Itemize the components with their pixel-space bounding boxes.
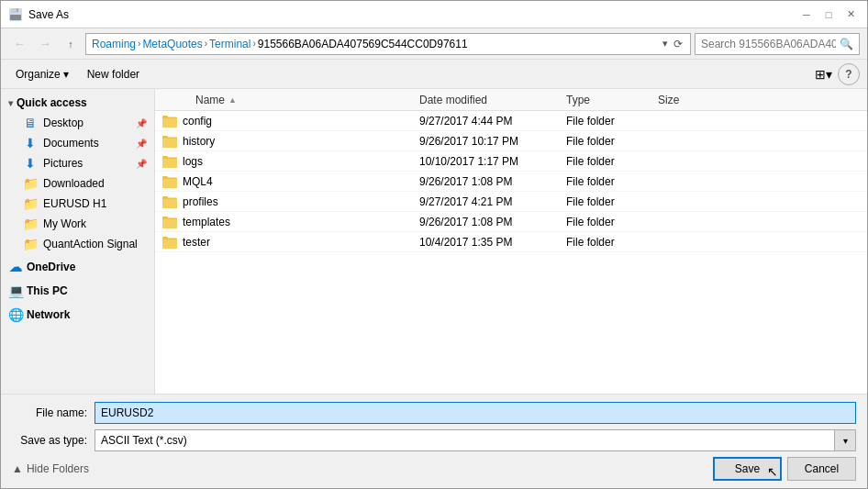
search-box[interactable]: 🔍 (695, 33, 860, 55)
minimize-button[interactable]: ─ (797, 6, 816, 24)
network-header[interactable]: 🌐 Network (1, 304, 154, 326)
svg-rect-3 (10, 15, 21, 20)
nav-toolbar: ← → ↑ Roaming › MetaQuotes › Terminal › … (1, 28, 867, 60)
file-date-cell: 9/27/2017 4:21 PM (419, 195, 566, 208)
save-label: Save (735, 462, 760, 475)
table-row[interactable]: tester 10/4/2017 1:35 PM File folder (155, 232, 867, 252)
sidebar-item-label: EURUSD H1 (43, 197, 106, 210)
filename-input[interactable] (95, 402, 856, 424)
file-date-cell: 10/4/2017 1:35 PM (419, 236, 566, 249)
table-row[interactable]: templates 9/26/2017 1:08 PM File folder (155, 212, 867, 232)
savetype-row: Save as type: ASCII Text (*.csv) ▾ (12, 429, 856, 451)
sidebar-item-desktop[interactable]: 🖥 Desktop 📌 (1, 113, 154, 133)
network-section: 🌐 Network (1, 304, 154, 326)
dialog-title: Save As (28, 8, 69, 21)
file-type-cell: File folder (566, 195, 658, 208)
organize-label: Organize (16, 68, 61, 81)
col-header-date[interactable]: Date modified (419, 94, 566, 106)
thispc-label: This PC (27, 284, 68, 297)
breadcrumb-terminal[interactable]: Terminal (209, 38, 250, 50)
savetype-select[interactable]: ASCII Text (*.csv) (95, 429, 856, 451)
hide-chevron-icon: ▲ (12, 462, 23, 475)
onedrive-label: OneDrive (27, 261, 75, 273)
sidebar-item-quantaction[interactable]: 📁 QuantAction Signal (1, 234, 154, 254)
search-input[interactable] (701, 38, 836, 50)
organize-button[interactable]: Organize ▾ (8, 65, 76, 83)
table-row[interactable]: config 9/27/2017 4:44 PM File folder (155, 111, 867, 131)
breadcrumb-metaquotes[interactable]: MetaQuotes (142, 38, 202, 50)
quick-access-section: ▾ Quick access 🖥 Desktop 📌 ⬇ Documents 📌… (1, 93, 154, 254)
sidebar-item-label: My Work (43, 217, 86, 230)
col-header-size[interactable]: Size (658, 94, 731, 106)
table-row[interactable]: logs 10/10/2017 1:17 PM File folder (155, 151, 867, 172)
onedrive-icon: ☁ (8, 260, 23, 274)
quick-access-label: Quick access (17, 96, 87, 109)
onedrive-header[interactable]: ☁ OneDrive (1, 256, 154, 278)
address-chevron[interactable]: ▾ (662, 38, 668, 50)
view-options-button[interactable]: ⊞▾ (812, 63, 834, 85)
back-button[interactable]: ← (8, 33, 30, 55)
quick-access-arrow: ▾ (8, 98, 13, 108)
new-folder-button[interactable]: New folder (80, 65, 147, 83)
sidebar-item-pictures[interactable]: ⬇ Pictures 📌 (1, 153, 154, 173)
network-label: Network (27, 308, 70, 321)
folder-icon (162, 115, 177, 128)
savetype-wrapper: ASCII Text (*.csv) ▾ (95, 429, 856, 451)
close-button[interactable]: ✕ (841, 6, 860, 24)
refresh-button[interactable]: ⟳ (672, 36, 684, 52)
thispc-header[interactable]: 💻 This PC (1, 280, 154, 302)
sidebar-item-label: Pictures (43, 157, 83, 170)
table-row[interactable]: MQL4 9/26/2017 1:08 PM File folder (155, 172, 867, 192)
thispc-icon: 💻 (8, 283, 23, 298)
file-rows-container: config 9/27/2017 4:44 PM File folder his… (155, 111, 867, 252)
pictures-icon: ⬇ (23, 156, 38, 171)
file-name-cell: templates (162, 216, 419, 228)
hide-folders-button[interactable]: ▲ Hide Folders (12, 462, 89, 475)
sort-arrow: ▲ (228, 95, 237, 105)
table-row[interactable]: profiles 9/27/2017 4:21 PM File folder (155, 192, 867, 212)
folder-icon (162, 216, 177, 228)
help-button[interactable]: ? (838, 63, 860, 85)
file-name-cell: config (162, 115, 419, 128)
address-bar[interactable]: Roaming › MetaQuotes › Terminal › 915566… (85, 33, 691, 55)
sidebar-item-label: Downloaded (43, 177, 105, 190)
bottom-buttons: ▲ Hide Folders Save ↖ Cancel (12, 457, 856, 481)
save-button[interactable]: Save ↖ (713, 457, 782, 481)
organize-toolbar: Organize ▾ New folder ⊞▾ ? (1, 60, 867, 89)
documents-icon: ⬇ (23, 136, 38, 150)
sidebar-item-label: Desktop (43, 117, 83, 129)
main-content: ▾ Quick access 🖥 Desktop 📌 ⬇ Documents 📌… (1, 89, 867, 394)
sidebar: ▾ Quick access 🖥 Desktop 📌 ⬇ Documents 📌… (1, 89, 155, 394)
save-as-icon (8, 7, 23, 22)
up-button[interactable]: ↑ (60, 33, 82, 55)
sidebar-item-documents[interactable]: ⬇ Documents 📌 (1, 133, 154, 153)
file-list-header: Name ▲ Date modified Type Size (155, 89, 867, 111)
folder-icon (162, 175, 177, 188)
network-icon: 🌐 (8, 307, 23, 322)
breadcrumb-roaming[interactable]: Roaming (92, 38, 136, 50)
maximize-button[interactable]: □ (819, 6, 838, 24)
svg-rect-2 (17, 8, 18, 12)
pin-icon: 📌 (136, 139, 147, 149)
file-name-cell: tester (162, 236, 419, 249)
cursor-icon: ↖ (767, 464, 778, 479)
filename-row: File name: (12, 402, 856, 424)
cancel-button[interactable]: Cancel (787, 457, 856, 481)
sidebar-item-mywork[interactable]: 📁 My Work (1, 214, 154, 234)
folder-icon (162, 236, 177, 249)
col-header-name[interactable]: Name ▲ (162, 94, 419, 106)
col-header-type[interactable]: Type (566, 94, 658, 106)
forward-button[interactable]: → (34, 33, 56, 55)
hide-folders-label: Hide Folders (27, 462, 89, 475)
pin-icon: 📌 (136, 159, 147, 169)
quick-access-header[interactable]: ▾ Quick access (1, 93, 154, 113)
file-type-cell: File folder (566, 175, 658, 188)
folder-icon: 📁 (23, 237, 38, 251)
table-row[interactable]: history 9/26/2017 10:17 PM File folder (155, 131, 867, 151)
folder-icon (162, 195, 177, 208)
pin-icon: 📌 (136, 118, 147, 128)
sidebar-item-downloaded[interactable]: 📁 Downloaded (1, 173, 154, 194)
file-name-cell: logs (162, 155, 419, 168)
sidebar-item-eurusd[interactable]: 📁 EURUSD H1 (1, 194, 154, 214)
onedrive-section: ☁ OneDrive (1, 256, 154, 278)
